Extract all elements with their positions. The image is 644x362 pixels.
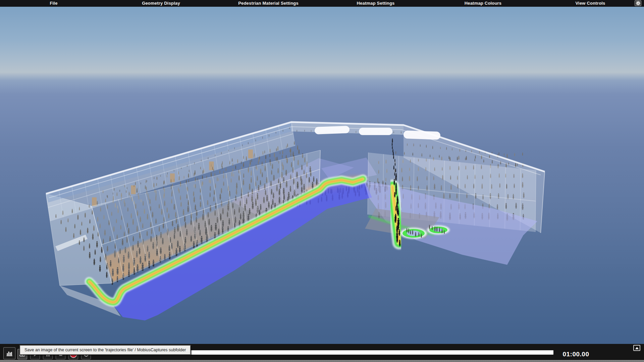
- gear-icon: [636, 1, 641, 6]
- menu-file[interactable]: File: [0, 0, 107, 6]
- menu-heatmap-colours[interactable]: Heatmap Colours: [429, 0, 537, 6]
- playback-time: 01:00.00: [557, 351, 594, 358]
- bar-chart-icon: [6, 350, 13, 357]
- menu-heatmap-settings[interactable]: Heatmap Settings: [322, 0, 429, 6]
- menu-view-controls[interactable]: View Controls: [537, 0, 644, 6]
- menu-bar: File Geometry Display Pedestrian Materia…: [0, 0, 644, 7]
- roof-canopy: [404, 130, 441, 140]
- show-charts-button[interactable]: [3, 347, 15, 359]
- 3d-scene: [0, 6, 644, 344]
- up-arrow-icon: [635, 347, 639, 349]
- menu-pedestrian-material-settings[interactable]: Pedestrian Material Settings: [215, 0, 322, 6]
- playback-bar: 01:00.00 Save an image of the current sc…: [0, 344, 644, 360]
- roof-canopy: [359, 128, 392, 135]
- bottom-strip: [0, 360, 644, 362]
- menu-geometry-display[interactable]: Geometry Display: [107, 0, 215, 6]
- simulation-viewport[interactable]: [0, 6, 644, 344]
- roof-canopy: [315, 126, 350, 134]
- application-window: File Geometry Display Pedestrian Materia…: [0, 0, 644, 362]
- expand-panel-button[interactable]: [633, 345, 640, 351]
- tooltip: Save an image of the current screen to t…: [19, 345, 191, 355]
- settings-gear-button[interactable]: [635, 0, 641, 6]
